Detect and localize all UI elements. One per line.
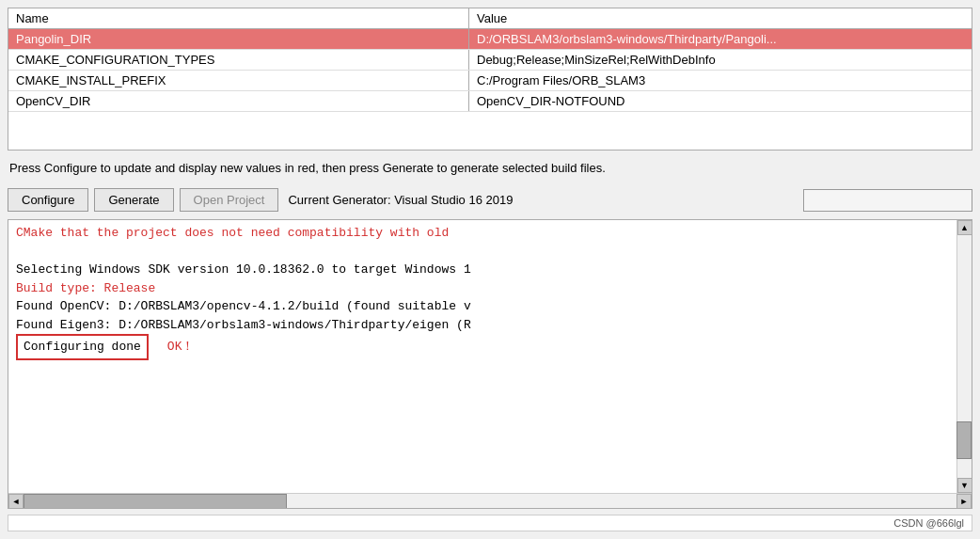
scroll-thumb-area	[957, 235, 972, 478]
log-line-done: Configuring done OK！	[16, 334, 945, 360]
variables-table: Name Value Pangolin_DIRD:/ORBSLAM3/orbsl…	[8, 8, 972, 151]
scroll-up-arrow[interactable]: ▲	[957, 220, 972, 235]
table-rows: Pangolin_DIRD:/ORBSLAM3/orbslam3-windows…	[8, 29, 972, 112]
toolbar: Configure Generate Open Project Current …	[8, 186, 972, 214]
log-line-opencv: Found OpenCV: D:/ORBSLAM3/opencv-4.1.2/b…	[16, 297, 945, 316]
log-inner: CMake that the project does not need com…	[8, 220, 972, 493]
log-section: CMake that the project does not need com…	[8, 219, 972, 509]
log-content: CMake that the project does not need com…	[8, 220, 953, 364]
name-column-header: Name	[8, 8, 469, 28]
footer-text: CSDN @666lgl	[893, 517, 964, 529]
main-container: Name Value Pangolin_DIRD:/ORBSLAM3/orbsl…	[0, 0, 980, 539]
configuring-done-text: Configuring done	[16, 334, 149, 360]
empty-rows	[8, 112, 972, 150]
cell-name: CMAKE_INSTALL_PREFIX	[8, 71, 469, 90]
scroll-down-arrow[interactable]: ▼	[957, 478, 972, 493]
log-line-blank	[16, 243, 945, 262]
log-line-sdk: Selecting Windows SDK version 10.0.18362…	[16, 261, 945, 279]
scroll-right-arrow[interactable]: ►	[956, 494, 972, 509]
log-line-1: CMake that the project does not need com…	[16, 224, 945, 243]
ok-text: OK！	[167, 338, 195, 357]
table-header-row: Name Value	[8, 8, 972, 29]
cell-value: C:/Program Files/ORB_SLAM3	[469, 71, 972, 90]
h-scroll-track	[24, 494, 956, 509]
cell-value: Debug;Release;MinSizeRel;RelWithDebInfo	[469, 50, 972, 70]
table-row[interactable]: CMAKE_INSTALL_PREFIXC:/Program Files/ORB…	[8, 71, 972, 91]
h-scroll-thumb[interactable]	[24, 494, 287, 509]
configure-button[interactable]: Configure	[8, 188, 88, 212]
generator-label: Current Generator: Visual Studio 16 2019	[288, 193, 513, 207]
footer-bar: CSDN @666lgl	[8, 515, 972, 531]
table-row[interactable]: Pangolin_DIRD:/ORBSLAM3/orbslam3-windows…	[8, 29, 972, 50]
cell-name: Pangolin_DIR	[8, 29, 469, 49]
vertical-scrollbar[interactable]: ▲ ▼	[956, 220, 972, 493]
log-line-eigen: Found Eigen3: D:/ORBSLAM3/orbslam3-windo…	[16, 316, 945, 335]
scroll-left-arrow[interactable]: ◄	[8, 494, 24, 509]
scroll-thumb[interactable]	[956, 421, 972, 459]
instruction-text: Press Configure to update and display ne…	[8, 156, 972, 181]
log-line-buildtype: Build type: Release	[16, 279, 945, 298]
cell-value: OpenCV_DIR-NOTFOUND	[469, 91, 972, 111]
horizontal-scrollbar[interactable]: ◄ ►	[8, 493, 972, 508]
table-row[interactable]: OpenCV_DIROpenCV_DIR-NOTFOUND	[8, 91, 972, 112]
open-project-button[interactable]: Open Project	[180, 188, 279, 212]
table-row[interactable]: CMAKE_CONFIGURATION_TYPESDebug;Release;M…	[8, 50, 972, 71]
search-input[interactable]	[803, 189, 972, 212]
cell-name: CMAKE_CONFIGURATION_TYPES	[8, 50, 469, 70]
log-wrapper: CMake that the project does not need com…	[8, 220, 972, 493]
value-column-header: Value	[469, 8, 972, 28]
cell-name: OpenCV_DIR	[8, 91, 469, 111]
cell-value: D:/ORBSLAM3/orbslam3-windows/Thirdparty/…	[469, 29, 972, 49]
generate-button[interactable]: Generate	[94, 188, 173, 212]
